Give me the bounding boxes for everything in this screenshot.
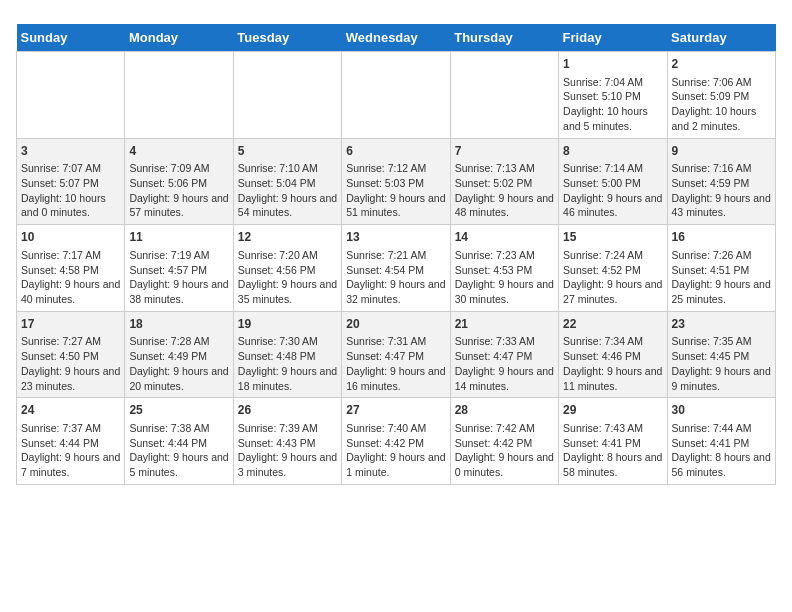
day-info: Sunrise: 7:20 AM bbox=[238, 248, 337, 263]
day-info: Daylight: 10 hours and 2 minutes. bbox=[672, 104, 771, 133]
day-info: Sunset: 4:45 PM bbox=[672, 349, 771, 364]
weekday-header-saturday: Saturday bbox=[667, 24, 775, 52]
day-info: Sunset: 4:47 PM bbox=[455, 349, 554, 364]
day-info: Daylight: 9 hours and 11 minutes. bbox=[563, 364, 662, 393]
day-info: Daylight: 9 hours and 30 minutes. bbox=[455, 277, 554, 306]
day-info: Daylight: 9 hours and 0 minutes. bbox=[455, 450, 554, 479]
day-info: Daylight: 9 hours and 3 minutes. bbox=[238, 450, 337, 479]
calendar-cell: 19Sunrise: 7:30 AMSunset: 4:48 PMDayligh… bbox=[233, 311, 341, 398]
day-number: 19 bbox=[238, 316, 337, 333]
day-info: Sunset: 4:42 PM bbox=[346, 436, 445, 451]
day-number: 12 bbox=[238, 229, 337, 246]
day-info: Sunset: 4:43 PM bbox=[238, 436, 337, 451]
day-info: Daylight: 9 hours and 51 minutes. bbox=[346, 191, 445, 220]
day-info: Sunrise: 7:16 AM bbox=[672, 161, 771, 176]
day-number: 21 bbox=[455, 316, 554, 333]
day-number: 7 bbox=[455, 143, 554, 160]
calendar-cell: 2Sunrise: 7:06 AMSunset: 5:09 PMDaylight… bbox=[667, 52, 775, 139]
calendar-cell: 28Sunrise: 7:42 AMSunset: 4:42 PMDayligh… bbox=[450, 398, 558, 485]
day-info: Sunrise: 7:17 AM bbox=[21, 248, 120, 263]
day-info: Daylight: 9 hours and 16 minutes. bbox=[346, 364, 445, 393]
day-number: 1 bbox=[563, 56, 662, 73]
day-number: 25 bbox=[129, 402, 228, 419]
day-info: Sunrise: 7:09 AM bbox=[129, 161, 228, 176]
day-number: 18 bbox=[129, 316, 228, 333]
day-number: 6 bbox=[346, 143, 445, 160]
day-info: Daylight: 9 hours and 25 minutes. bbox=[672, 277, 771, 306]
day-info: Sunrise: 7:19 AM bbox=[129, 248, 228, 263]
day-number: 26 bbox=[238, 402, 337, 419]
day-info: Sunset: 4:51 PM bbox=[672, 263, 771, 278]
day-number: 2 bbox=[672, 56, 771, 73]
calendar-cell: 23Sunrise: 7:35 AMSunset: 4:45 PMDayligh… bbox=[667, 311, 775, 398]
day-number: 23 bbox=[672, 316, 771, 333]
day-info: Sunset: 5:10 PM bbox=[563, 89, 662, 104]
day-info: Sunset: 4:53 PM bbox=[455, 263, 554, 278]
day-info: Daylight: 10 hours and 5 minutes. bbox=[563, 104, 662, 133]
day-info: Sunset: 4:59 PM bbox=[672, 176, 771, 191]
day-info: Sunset: 4:46 PM bbox=[563, 349, 662, 364]
calendar-cell: 5Sunrise: 7:10 AMSunset: 5:04 PMDaylight… bbox=[233, 138, 341, 225]
day-info: Sunset: 5:06 PM bbox=[129, 176, 228, 191]
day-info: Sunset: 4:44 PM bbox=[129, 436, 228, 451]
calendar-cell: 18Sunrise: 7:28 AMSunset: 4:49 PMDayligh… bbox=[125, 311, 233, 398]
day-number: 10 bbox=[21, 229, 120, 246]
day-number: 3 bbox=[21, 143, 120, 160]
day-info: Sunrise: 7:35 AM bbox=[672, 334, 771, 349]
calendar-cell: 17Sunrise: 7:27 AMSunset: 4:50 PMDayligh… bbox=[17, 311, 125, 398]
day-info: Sunrise: 7:40 AM bbox=[346, 421, 445, 436]
day-info: Sunrise: 7:30 AM bbox=[238, 334, 337, 349]
day-info: Sunrise: 7:13 AM bbox=[455, 161, 554, 176]
day-info: Daylight: 9 hours and 35 minutes. bbox=[238, 277, 337, 306]
calendar-cell: 16Sunrise: 7:26 AMSunset: 4:51 PMDayligh… bbox=[667, 225, 775, 312]
day-info: Daylight: 9 hours and 18 minutes. bbox=[238, 364, 337, 393]
day-info: Sunset: 4:49 PM bbox=[129, 349, 228, 364]
calendar-week-2: 3Sunrise: 7:07 AMSunset: 5:07 PMDaylight… bbox=[17, 138, 776, 225]
day-info: Sunrise: 7:33 AM bbox=[455, 334, 554, 349]
day-number: 17 bbox=[21, 316, 120, 333]
day-info: Daylight: 9 hours and 32 minutes. bbox=[346, 277, 445, 306]
calendar-week-3: 10Sunrise: 7:17 AMSunset: 4:58 PMDayligh… bbox=[17, 225, 776, 312]
calendar-week-1: 1Sunrise: 7:04 AMSunset: 5:10 PMDaylight… bbox=[17, 52, 776, 139]
weekday-header-tuesday: Tuesday bbox=[233, 24, 341, 52]
calendar-table: SundayMondayTuesdayWednesdayThursdayFrid… bbox=[16, 24, 776, 485]
day-info: Daylight: 9 hours and 14 minutes. bbox=[455, 364, 554, 393]
day-number: 15 bbox=[563, 229, 662, 246]
day-info: Sunset: 4:41 PM bbox=[563, 436, 662, 451]
day-info: Daylight: 9 hours and 23 minutes. bbox=[21, 364, 120, 393]
day-info: Sunrise: 7:07 AM bbox=[21, 161, 120, 176]
calendar-cell: 6Sunrise: 7:12 AMSunset: 5:03 PMDaylight… bbox=[342, 138, 450, 225]
calendar-cell: 22Sunrise: 7:34 AMSunset: 4:46 PMDayligh… bbox=[559, 311, 667, 398]
day-info: Sunrise: 7:28 AM bbox=[129, 334, 228, 349]
day-info: Daylight: 8 hours and 56 minutes. bbox=[672, 450, 771, 479]
day-info: Daylight: 9 hours and 5 minutes. bbox=[129, 450, 228, 479]
day-info: Sunrise: 7:34 AM bbox=[563, 334, 662, 349]
day-info: Sunset: 4:41 PM bbox=[672, 436, 771, 451]
calendar-cell bbox=[233, 52, 341, 139]
day-info: Daylight: 9 hours and 27 minutes. bbox=[563, 277, 662, 306]
day-info: Daylight: 9 hours and 54 minutes. bbox=[238, 191, 337, 220]
day-info: Sunset: 4:54 PM bbox=[346, 263, 445, 278]
weekday-header-monday: Monday bbox=[125, 24, 233, 52]
weekday-header-row: SundayMondayTuesdayWednesdayThursdayFrid… bbox=[17, 24, 776, 52]
calendar-cell: 25Sunrise: 7:38 AMSunset: 4:44 PMDayligh… bbox=[125, 398, 233, 485]
calendar-cell: 24Sunrise: 7:37 AMSunset: 4:44 PMDayligh… bbox=[17, 398, 125, 485]
calendar-cell bbox=[125, 52, 233, 139]
calendar-cell: 3Sunrise: 7:07 AMSunset: 5:07 PMDaylight… bbox=[17, 138, 125, 225]
calendar-cell bbox=[342, 52, 450, 139]
weekday-header-wednesday: Wednesday bbox=[342, 24, 450, 52]
day-number: 16 bbox=[672, 229, 771, 246]
day-number: 20 bbox=[346, 316, 445, 333]
calendar-cell: 12Sunrise: 7:20 AMSunset: 4:56 PMDayligh… bbox=[233, 225, 341, 312]
calendar-cell: 26Sunrise: 7:39 AMSunset: 4:43 PMDayligh… bbox=[233, 398, 341, 485]
day-number: 28 bbox=[455, 402, 554, 419]
day-info: Sunrise: 7:14 AM bbox=[563, 161, 662, 176]
day-info: Daylight: 9 hours and 7 minutes. bbox=[21, 450, 120, 479]
day-info: Sunset: 4:50 PM bbox=[21, 349, 120, 364]
day-number: 13 bbox=[346, 229, 445, 246]
calendar-cell: 30Sunrise: 7:44 AMSunset: 4:41 PMDayligh… bbox=[667, 398, 775, 485]
day-info: Sunrise: 7:27 AM bbox=[21, 334, 120, 349]
calendar-cell: 7Sunrise: 7:13 AMSunset: 5:02 PMDaylight… bbox=[450, 138, 558, 225]
day-number: 30 bbox=[672, 402, 771, 419]
day-info: Sunrise: 7:04 AM bbox=[563, 75, 662, 90]
